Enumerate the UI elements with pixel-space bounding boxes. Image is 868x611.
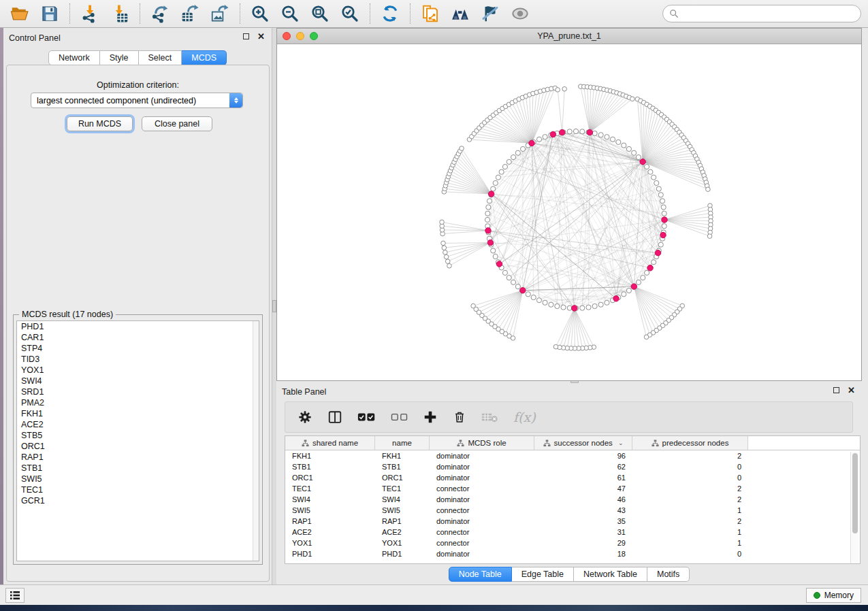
export-image-button[interactable] [207, 2, 233, 25]
delete-icon[interactable] [453, 410, 466, 425]
graph-node[interactable] [651, 260, 656, 265]
graph-node[interactable] [586, 305, 591, 310]
mcds-result-item[interactable]: SWI5 [17, 474, 259, 484]
mcds-result-item[interactable]: STB5 [17, 430, 259, 441]
graph-leaf-node[interactable] [444, 254, 449, 259]
table-row[interactable]: ACE2ACE2connector311 [285, 527, 860, 538]
close-panel-icon[interactable]: ✕ [257, 33, 265, 39]
select-all-icon[interactable] [357, 410, 376, 425]
network-window-titlebar[interactable]: YPA_prune.txt_1 [277, 29, 861, 44]
graph-node[interactable] [502, 270, 507, 275]
graph-mcds-node[interactable] [487, 240, 493, 245]
mcds-result-item[interactable]: SWI4 [17, 376, 259, 386]
graph-mcds-node[interactable] [647, 265, 653, 271]
table-row[interactable]: TEC1TEC1connector472 [285, 483, 860, 494]
tab-node-table[interactable]: Node Table [449, 567, 512, 582]
graph-node[interactable] [515, 284, 520, 289]
memory-button[interactable]: Memory [806, 588, 861, 603]
graph-mcds-node[interactable] [488, 191, 494, 197]
graph-mcds-node[interactable] [485, 228, 491, 233]
graph-node[interactable] [561, 305, 566, 310]
graph-node[interactable] [511, 280, 515, 284]
graph-node[interactable] [636, 280, 641, 284]
import-network-button[interactable] [77, 2, 103, 25]
graph-node[interactable] [626, 146, 631, 151]
zoom-selected-button[interactable] [337, 2, 363, 25]
share-document-button[interactable] [417, 2, 443, 25]
mcds-result-item[interactable]: PMA2 [17, 397, 259, 408]
zoom-fit-button[interactable] [307, 2, 333, 25]
graph-node[interactable] [641, 276, 645, 280]
mcds-result-item[interactable]: TID3 [17, 354, 259, 365]
mcds-result-item[interactable]: STP4 [17, 343, 259, 354]
table-row[interactable]: FKH1FKH1dominator962 [285, 450, 860, 461]
mcds-result-item[interactable]: YOX1 [17, 365, 259, 376]
table-row[interactable]: SWI4SWI4dominator462 [285, 494, 860, 505]
graph-leaf-node[interactable] [644, 335, 649, 340]
graph-node[interactable] [507, 159, 511, 164]
table-row[interactable]: PHD1PHD1dominator180 [285, 548, 860, 559]
graph-node[interactable] [605, 300, 609, 305]
run-mcds-button[interactable]: Run MCDS [67, 116, 133, 131]
graph-node[interactable] [520, 146, 525, 151]
mcds-result-item[interactable]: ACE2 [17, 419, 259, 430]
graph-leaf-node[interactable] [562, 86, 567, 91]
float-panel-icon[interactable] [833, 387, 839, 393]
graph-node[interactable] [485, 217, 489, 222]
graph-node[interactable] [499, 169, 504, 174]
table-row[interactable]: YOX1YOX1connector291 [285, 538, 860, 548]
mcds-result-item[interactable]: ORC1 [17, 441, 259, 452]
deselect-all-icon[interactable] [391, 410, 408, 425]
graph-mcds-node[interactable] [655, 250, 660, 255]
graph-leaf-node[interactable] [443, 250, 448, 255]
graph-node[interactable] [616, 139, 621, 144]
columns-icon[interactable] [327, 410, 342, 425]
binoculars-button[interactable] [447, 2, 473, 25]
column-header-predecessor-nodes[interactable]: predecessor nodes [632, 436, 748, 450]
graph-leaf-node[interactable] [460, 146, 464, 151]
graph-leaf-node[interactable] [440, 220, 445, 225]
graph-node[interactable] [507, 276, 511, 280]
graph-node[interactable] [644, 164, 649, 169]
graph-node[interactable] [511, 154, 515, 159]
export-network-button[interactable] [147, 2, 173, 25]
graph-node[interactable] [660, 199, 664, 203]
tab-edge-table[interactable]: Edge Table [512, 567, 574, 582]
table-row[interactable]: STB1STB1dominator620 [285, 461, 860, 472]
graph-node[interactable] [531, 295, 536, 299]
graph-node[interactable] [658, 193, 663, 197]
graph-node[interactable] [486, 205, 491, 210]
graph-node[interactable] [493, 180, 498, 185]
mcds-result-list[interactable]: PHD1CAR1STP4TID3YOX1SWI4SRD1PMA2FKH1ACE2… [16, 320, 259, 561]
graph-node[interactable] [567, 129, 572, 134]
graph-leaf-node[interactable] [556, 88, 560, 93]
graph-node[interactable] [491, 186, 496, 191]
graph-mcds-node[interactable] [572, 306, 577, 311]
mcds-result-item[interactable]: GCR1 [17, 495, 259, 506]
mcds-result-item[interactable]: PHD1 [17, 321, 259, 332]
graph-node[interactable] [651, 175, 656, 180]
graph-node[interactable] [536, 298, 541, 303]
graph-node[interactable] [536, 137, 541, 142]
mcds-result-item[interactable]: CAR1 [17, 332, 259, 343]
tab-mcds[interactable]: MCDS [182, 50, 227, 65]
graph-mcds-node[interactable] [613, 296, 619, 301]
graph-leaf-node[interactable] [442, 246, 447, 250]
mcds-result-item[interactable]: RAP1 [17, 452, 259, 463]
graph-leaf-node[interactable] [707, 234, 712, 239]
graph-leaf-node[interactable] [630, 97, 635, 101]
graph-node[interactable] [496, 175, 500, 180]
graph-leaf-node[interactable] [441, 241, 446, 246]
graph-mcds-node[interactable] [559, 129, 564, 135]
add-icon[interactable] [423, 410, 438, 425]
graph-node[interactable] [592, 303, 597, 308]
close-panel-button[interactable]: Close panel [142, 116, 212, 131]
tab-network-table[interactable]: Network Table [574, 567, 647, 582]
graph-node[interactable] [543, 135, 547, 139]
graph-node[interactable] [661, 205, 666, 210]
open-folder-button[interactable] [7, 2, 33, 25]
graph-mcds-node[interactable] [520, 288, 526, 293]
close-panel-icon[interactable]: ✕ [848, 387, 855, 393]
column-header-name[interactable]: name [375, 436, 430, 450]
criterion-dropdown[interactable]: largest connected component (undirected) [31, 93, 243, 108]
